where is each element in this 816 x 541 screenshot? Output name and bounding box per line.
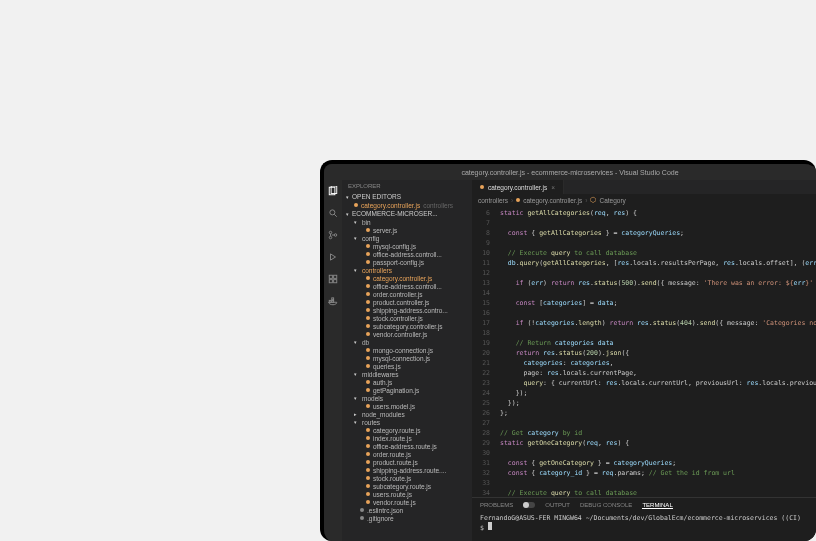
js-file-icon [366,476,370,480]
window-titlebar: category.controller.js - ecommerce-micro… [324,164,816,180]
folder-controllers[interactable]: controllers [348,266,472,274]
chevron-right-icon: › [511,197,513,204]
code-lines[interactable]: static getAllCategories(req, res) { cons… [494,206,816,497]
file-item[interactable]: users.route.js [348,490,472,498]
debug-icon[interactable] [328,252,338,264]
terminal-cursor [488,522,492,530]
file-item[interactable]: stock.route.js [348,474,472,482]
js-file-icon [480,185,484,189]
file-item[interactable]: office-address.controll... [348,250,472,258]
svg-rect-14 [332,298,334,300]
file-item[interactable]: auth.js [348,378,472,386]
file-item[interactable]: shipping-address.contro... [348,306,472,314]
workspace-section[interactable]: ECOMMERCE-MICROSER... [342,209,472,218]
js-file-icon [366,260,370,264]
js-file-icon [366,436,370,440]
panel-tab-terminal[interactable]: TERMINAL [642,502,672,509]
problems-toggle[interactable] [523,502,535,508]
file-item[interactable]: order.controller.js [348,290,472,298]
folder-config[interactable]: config [348,234,472,242]
svg-line-3 [334,214,337,217]
file-item[interactable]: users.model.js [348,402,472,410]
file-item[interactable]: mysql-connection.js [348,354,472,362]
js-file-icon [366,284,370,288]
file-item[interactable]: product.route.js [348,458,472,466]
js-file-icon [366,500,370,504]
explorer-title: EXPLORER [342,180,472,192]
js-file-icon [366,460,370,464]
js-file-icon [366,404,370,408]
panel-tab-debug[interactable]: DEBUG CONSOLE [580,502,632,508]
activity-bar [324,180,342,541]
svg-point-4 [329,231,332,234]
file-item[interactable]: mysql-config.js [348,242,472,250]
code-editor[interactable]: 6789101112131415161718192021222324252627… [472,206,816,497]
js-file-icon [354,203,358,207]
editor-tabs: category.controller.js × [472,180,816,194]
file-item[interactable]: shipping-address.route.... [348,466,472,474]
folder-node-modules[interactable]: node_modules [348,410,472,418]
panel-tabs: PROBLEMS OUTPUT DEBUG CONSOLE TERMINAL [472,498,816,512]
file-item[interactable]: category.route.js [348,426,472,434]
panel-tab-problems[interactable]: PROBLEMS [480,502,513,508]
extensions-icon[interactable] [328,274,338,286]
file-item[interactable]: office-address.route.js [348,442,472,450]
terminal[interactable]: FernandoG@ASUS-FER MINGW64 ~/Documents/d… [472,512,816,541]
file-item[interactable]: vendor.controller.js [348,330,472,338]
js-file-icon [366,276,370,280]
terminal-cursor-line: $ [480,522,808,532]
chevron-right-icon: › [585,197,587,204]
source-control-icon[interactable] [328,230,338,242]
open-editors-section[interactable]: OPEN EDITORS [342,192,472,201]
editor-tab-active[interactable]: category.controller.js × [472,180,564,194]
folder-routes[interactable]: routes [348,418,472,426]
js-file-icon [366,444,370,448]
close-icon[interactable]: × [551,184,555,191]
js-file-icon [366,228,370,232]
explorer-icon[interactable] [328,186,338,198]
breadcrumb[interactable]: controllers › category.controller.js › ⬡… [472,194,816,206]
js-file-icon [366,324,370,328]
file-item[interactable]: getPagination.js [348,386,472,394]
js-file-icon [366,316,370,320]
file-item[interactable]: server.js [348,226,472,234]
file-item[interactable]: product.controller.js [348,298,472,306]
js-file-icon [366,364,370,368]
folder-middlewares[interactable]: middlewares [348,370,472,378]
file-item[interactable]: order.route.js [348,450,472,458]
file-item[interactable]: mongo-connection.js [348,346,472,354]
folder-bin[interactable]: bin [348,218,472,226]
file-item[interactable]: index.route.js [348,434,472,442]
line-gutter: 6789101112131415161718192021222324252627… [472,206,494,497]
file-item[interactable]: office-address.controll... [348,282,472,290]
panel-tab-output[interactable]: OUTPUT [545,502,570,508]
js-file-icon [516,198,520,202]
file-item[interactable]: queries.js [348,362,472,370]
ide-window: category.controller.js - ecommerce-micro… [320,160,816,541]
js-file-icon [366,452,370,456]
file-eslintrc[interactable]: .eslintrc.json [348,506,472,514]
js-file-icon [366,356,370,360]
svg-point-5 [329,236,332,239]
docker-icon[interactable] [328,296,338,308]
file-item[interactable]: subcategory.controller.js [348,322,472,330]
file-item[interactable]: passport-config.js [348,258,472,266]
js-file-icon [366,308,370,312]
open-editor-item[interactable]: category.controller.js controllers [342,201,472,209]
window-title: category.controller.js - ecommerce-micro… [461,169,678,176]
file-item[interactable]: stock.controller.js [348,314,472,322]
js-file-icon [366,300,370,304]
explorer-sidebar: EXPLORER OPEN EDITORS category.controlle… [342,180,472,541]
file-item[interactable]: subcategory.route.js [348,482,472,490]
svg-rect-11 [334,280,337,283]
folder-db[interactable]: db [348,338,472,346]
js-file-icon [366,388,370,392]
main-area: EXPLORER OPEN EDITORS category.controlle… [324,180,816,541]
search-icon[interactable] [328,208,338,220]
file-item-active[interactable]: category.controller.js [348,274,472,282]
folder-models[interactable]: models [348,394,472,402]
file-item[interactable]: vendor.route.js [348,498,472,506]
bottom-panel: PROBLEMS OUTPUT DEBUG CONSOLE TERMINAL F… [472,497,816,541]
file-gitignore[interactable]: .gitignore [348,514,472,522]
svg-marker-7 [331,254,336,260]
